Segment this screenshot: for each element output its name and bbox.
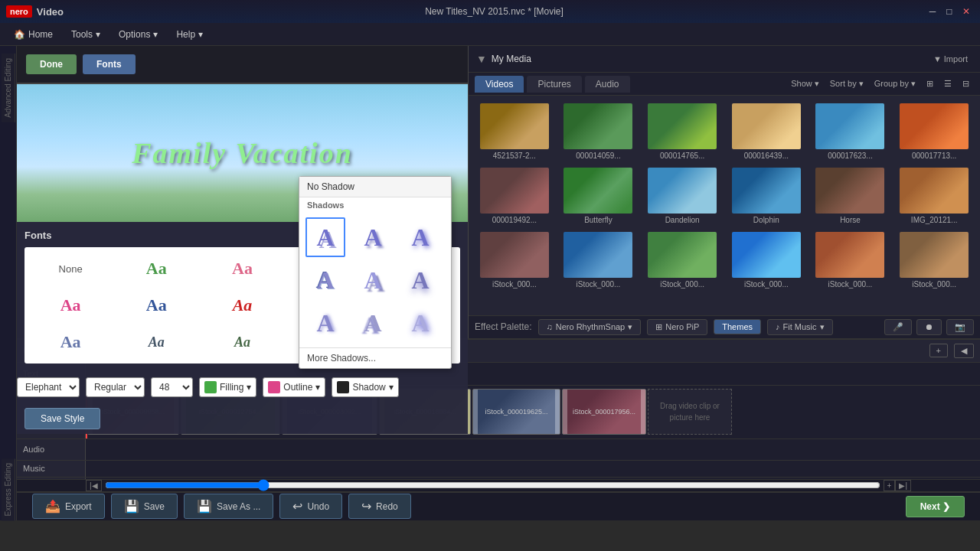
tab-videos[interactable]: Videos bbox=[475, 76, 524, 93]
shadow-item-7[interactable]: A bbox=[305, 303, 345, 343]
done-button[interactable]: Done bbox=[26, 54, 77, 74]
view-list-button[interactable]: ☰ bbox=[939, 77, 956, 91]
clip-handle-right[interactable] bbox=[555, 390, 560, 434]
clip-handle-right[interactable] bbox=[641, 390, 645, 434]
timeline-clip-5[interactable]: iStock_000019625... bbox=[472, 389, 560, 435]
media-item[interactable]: iStock_000... bbox=[642, 230, 722, 290]
help-chevron: ▾ bbox=[198, 29, 203, 40]
font-sample-2[interactable]: Aa bbox=[201, 252, 283, 285]
font-sample-7[interactable]: Aa bbox=[201, 289, 283, 322]
track-narration-content[interactable] bbox=[86, 478, 980, 479]
home-menu[interactable]: 🏠 Home bbox=[6, 26, 60, 43]
fonts-button[interactable]: Fonts bbox=[83, 54, 136, 74]
shadow-item-8[interactable]: A bbox=[353, 303, 393, 343]
undo-button[interactable]: ↩ Undo bbox=[279, 494, 342, 519]
import-button[interactable]: ▼ Import bbox=[929, 52, 972, 66]
redo-button[interactable]: ↪ Redo bbox=[348, 494, 411, 519]
shadow-item-6[interactable]: A bbox=[400, 260, 440, 300]
font-style-select[interactable]: Regular bbox=[86, 377, 145, 397]
font-sample-12[interactable]: Aa bbox=[201, 325, 283, 359]
view-detail-button[interactable]: ⊟ bbox=[958, 77, 974, 91]
nero-rhythmsnap-button[interactable]: ♫ Nero RhythmSnap▾ bbox=[538, 319, 642, 335]
media-item[interactable]: iStock_000... bbox=[894, 230, 974, 290]
font-sample-6[interactable]: Aa bbox=[115, 289, 198, 322]
font-sample-none[interactable]: None bbox=[29, 252, 112, 285]
group-by-button[interactable]: Group by ▾ bbox=[870, 77, 920, 91]
close-button[interactable]: ✕ bbox=[959, 4, 974, 19]
maximize-button[interactable]: □ bbox=[942, 4, 957, 19]
minimize-button[interactable]: ─ bbox=[925, 4, 940, 19]
mic-button[interactable]: 🎤 bbox=[884, 319, 912, 335]
media-item-butterfly[interactable]: Butterfly bbox=[559, 166, 639, 226]
nero-pip-button[interactable]: ⊞ Nero PiP bbox=[647, 319, 707, 335]
save-button[interactable]: 💾 Save bbox=[111, 494, 178, 519]
media-item-horse[interactable]: Horse bbox=[811, 166, 890, 226]
media-item[interactable]: 000019492... bbox=[475, 166, 554, 226]
no-shadow-option[interactable]: No Shadow bbox=[299, 177, 451, 197]
scroll-end-button[interactable]: ▶| bbox=[895, 480, 911, 491]
media-item[interactable]: 4521537-2... bbox=[475, 102, 554, 161]
font-size-select[interactable]: 48 bbox=[151, 377, 193, 397]
help-menu[interactable]: Help ▾ bbox=[168, 26, 211, 43]
my-media-collapse[interactable]: ▼ bbox=[476, 53, 487, 65]
drag-drop-area[interactable]: Drag video clip orpicture here bbox=[648, 389, 732, 435]
sort-by-button[interactable]: Sort by ▾ bbox=[825, 77, 868, 91]
media-item[interactable]: iStock_000... bbox=[727, 230, 806, 290]
outline-color-btn[interactable]: Outline ▾ bbox=[263, 377, 325, 397]
font-sample-5[interactable]: Aa bbox=[29, 289, 112, 322]
track-music: Music bbox=[17, 461, 980, 478]
tab-audio[interactable]: Audio bbox=[585, 76, 630, 93]
font-sample-11[interactable]: Aa bbox=[115, 325, 198, 359]
clip-handle-left[interactable] bbox=[563, 390, 567, 434]
shadow-item-9[interactable]: A bbox=[400, 303, 440, 343]
options-menu[interactable]: Options ▾ bbox=[111, 26, 165, 43]
save-as-button[interactable]: 💾 Save As ... bbox=[184, 494, 273, 519]
media-item-img[interactable]: IMG_20121... bbox=[894, 166, 974, 226]
tools-menu[interactable]: Tools ▾ bbox=[64, 26, 108, 43]
export-button[interactable]: 📤 Export bbox=[32, 494, 105, 519]
shadow-item-3[interactable]: A bbox=[400, 217, 440, 257]
shadow-item-2[interactable]: A bbox=[353, 217, 393, 257]
media-item[interactable]: 000014765... bbox=[642, 102, 722, 161]
media-label: iStock_000... bbox=[577, 280, 621, 289]
view-grid-button[interactable]: ⊞ bbox=[922, 77, 938, 91]
media-item[interactable]: iStock_000... bbox=[475, 230, 554, 290]
media-item[interactable]: iStock_000... bbox=[559, 230, 639, 290]
add-timeline-button[interactable]: + bbox=[884, 480, 896, 491]
window-controls[interactable]: ─ □ ✕ bbox=[925, 4, 974, 19]
clip-handle-left[interactable] bbox=[473, 390, 478, 434]
scroll-left-button[interactable]: ◀ bbox=[954, 344, 974, 358]
track-audio-content[interactable] bbox=[86, 439, 980, 460]
media-item[interactable]: 000017713... bbox=[894, 102, 974, 161]
media-item[interactable]: 000017623... bbox=[811, 102, 890, 161]
show-button[interactable]: Show ▾ bbox=[786, 77, 824, 91]
media-item-dolphin[interactable]: Dolphin bbox=[727, 166, 806, 226]
shadow-item-5[interactable]: A bbox=[353, 260, 393, 300]
font-name-select[interactable]: Elephant bbox=[17, 377, 80, 397]
media-thumb bbox=[564, 168, 632, 214]
next-button[interactable]: Next ❯ bbox=[906, 496, 965, 517]
font-sample-1[interactable]: Aa bbox=[115, 252, 198, 285]
filling-color-btn[interactable]: Filling ▾ bbox=[199, 377, 256, 397]
shadow-item-4[interactable]: A bbox=[305, 260, 345, 300]
media-item[interactable]: 000016439... bbox=[727, 102, 806, 161]
snapshot-button[interactable]: 📷 bbox=[946, 319, 974, 335]
themes-button[interactable]: Themes bbox=[714, 319, 761, 334]
timeline-scroll-slider[interactable] bbox=[105, 479, 880, 491]
timeline-clip-6[interactable]: iStock_000017956... bbox=[562, 389, 646, 435]
save-style-button[interactable]: Save Style bbox=[24, 408, 100, 429]
shadow-item-1[interactable]: A bbox=[305, 217, 345, 257]
more-shadows-button[interactable]: More Shadows... bbox=[299, 347, 451, 368]
fit-music-button[interactable]: ♪ Fit Music▾ bbox=[767, 319, 833, 335]
media-item[interactable]: 000014059... bbox=[559, 102, 639, 161]
shadow-color-btn[interactable]: Shadow ▾ bbox=[332, 377, 398, 397]
track-music-content[interactable] bbox=[86, 461, 980, 477]
media-item[interactable]: iStock_000... bbox=[811, 230, 890, 290]
media-item-dandelion[interactable]: Dandelion bbox=[642, 166, 722, 226]
scroll-start-button[interactable]: |◀ bbox=[86, 480, 102, 491]
record-button[interactable]: ⏺ bbox=[916, 319, 942, 335]
add-track-button[interactable]: + bbox=[929, 344, 948, 357]
font-sample-10[interactable]: Aa bbox=[29, 325, 112, 359]
tab-pictures[interactable]: Pictures bbox=[527, 76, 581, 93]
titlebar: nero Video New Titles_NV 2015.nvc * [Mov… bbox=[0, 0, 980, 23]
